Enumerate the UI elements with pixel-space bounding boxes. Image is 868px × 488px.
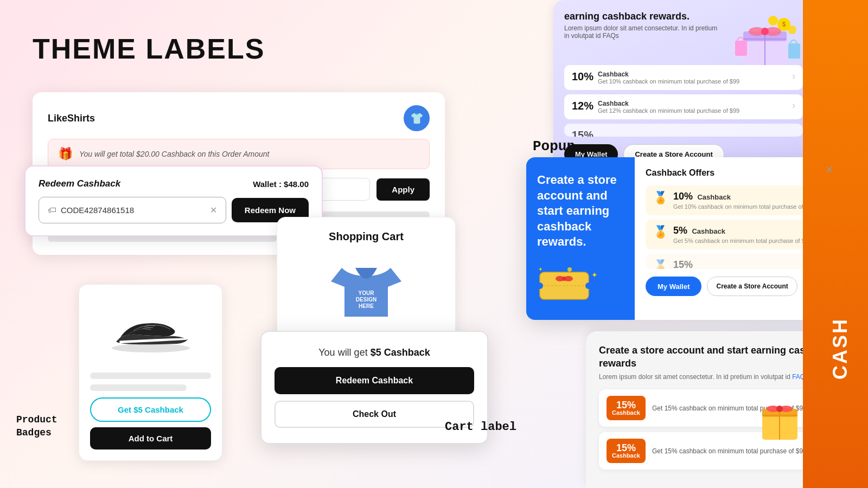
page-title: THEME LABELS <box>33 33 265 65</box>
shoe-image <box>107 304 194 358</box>
cart-tshirt-area: YOUR DESIGN HERE <box>290 252 442 322</box>
redeem-input-row: 🏷 CODE42874861518 ✕ Redeem Now <box>39 197 309 223</box>
cashback-tier-15: 15% <box>564 124 803 137</box>
cashback-banner: 🎁 You will get total $20.00 Cashback on … <box>48 139 430 169</box>
orange-pct-badge-1: 15% Cashback <box>607 396 646 420</box>
tier-percent: 15% <box>572 129 593 137</box>
right-gift-svg <box>757 394 806 442</box>
orange-tier-desc-2: Get 15% cashback on minimum total purcha… <box>652 447 807 455</box>
popup-tier-info-2: 5% Cashback Get 5% cashback on minimum t… <box>673 225 822 244</box>
popup-tier-10: 🏅 10% Cashback Get 10% cashback on minim… <box>646 185 830 215</box>
rewards-top-desc: Lorem ipsum dolor sit amet consectetur. … <box>564 24 724 40</box>
svg-point-36 <box>776 406 783 412</box>
popup-label: Popup <box>533 138 575 155</box>
orange-pct-sub-2: Cashback <box>612 453 640 459</box>
wallet-balance: Wallet : $48.00 <box>253 179 309 189</box>
svg-text:$: $ <box>782 21 786 28</box>
cashback-banner-text: You will get total $20.00 Cashback on th… <box>79 150 269 158</box>
redeem-header: Redeem Cashback Wallet : $48.00 <box>39 178 309 189</box>
orange-pct-value-2: 15% <box>612 443 640 453</box>
medal-icon-2: 🏅 <box>653 225 668 239</box>
orange-cashback-strip-text: CASH <box>829 318 852 380</box>
svg-rect-19 <box>788 43 800 59</box>
medal-icon: 🏅 <box>653 191 668 205</box>
cashback-tier-12: 12% Cashback Get 12% cashback on minimum… <box>564 94 803 119</box>
redeem-cashback-button[interactable]: Redeem Cashback <box>275 367 474 394</box>
popup-ticket-image: ✦ ✦ <box>537 261 602 305</box>
popup-left-text: Create a store account and start earning… <box>537 172 624 250</box>
popup-create-account-button[interactable]: Create a Store Account <box>707 277 797 296</box>
get-cashback-button[interactable]: Get $5 Cashback <box>90 397 211 422</box>
store-name: LikeShirts <box>48 113 95 124</box>
product-badge-widget: Get $5 Cashback Add to Cart <box>79 284 222 461</box>
cart-title: Shopping Cart <box>290 230 442 243</box>
tshirt-image: YOUR DESIGN HERE <box>331 252 401 322</box>
skeleton-line <box>90 384 187 391</box>
product-image-area <box>90 296 211 366</box>
popup-tier-pct: 10% <box>673 191 693 202</box>
cashback-tier-10: 10% Cashback Get 10% cashback on minimum… <box>564 65 803 90</box>
svg-text:HERE: HERE <box>359 303 374 309</box>
svg-text:DESIGN: DESIGN <box>356 297 376 303</box>
tier-desc: Get 10% cashback on minimum total purcha… <box>598 78 739 85</box>
product-badges-label: ProductBadges <box>16 414 58 439</box>
svg-point-17 <box>788 25 796 34</box>
svg-text:✦: ✦ <box>538 266 542 272</box>
svg-point-25 <box>556 276 564 281</box>
orange-pct-value: 15% <box>612 400 640 410</box>
svg-point-23 <box>585 282 592 289</box>
popup-tier-15: 🏅 15% <box>646 254 830 269</box>
svg-point-26 <box>564 276 573 281</box>
orange-pct-sub: Cashback <box>612 410 640 416</box>
cashback-tiers-list: 10% Cashback Get 10% cashback on minimum… <box>564 65 803 137</box>
product-skeleton <box>90 373 211 391</box>
checkout-button[interactable]: Check Out <box>275 401 474 428</box>
popup-tier-desc: Get 10% cashback on minimum total purcha… <box>673 203 822 210</box>
shirt-icon: 👕 <box>404 105 430 131</box>
svg-point-29 <box>567 267 572 272</box>
tag-icon: 🏷 <box>48 206 56 215</box>
medal-icon-3: 🏅 <box>653 259 668 269</box>
orange-pct-badge-2: 15% Cashback <box>607 439 646 463</box>
redeem-title: Redeem Cashback <box>39 178 120 189</box>
tier-percent: 10% <box>572 70 593 83</box>
orange-strip <box>803 0 868 488</box>
popup-cashback-text: You will get $5 Cashback <box>275 347 474 358</box>
apply-button[interactable]: Apply <box>376 178 430 201</box>
popup-tier-label: Cashback <box>697 193 730 201</box>
popup-tier-info: 10% Cashback Get 10% cashback on minimum… <box>673 191 822 210</box>
cashback-text-before: You will get <box>318 347 370 358</box>
tier-percent: 12% <box>572 100 593 112</box>
gift-image-area: $ <box>732 11 803 65</box>
chevron-right-icon: › <box>792 100 795 111</box>
popup-close-icon[interactable]: ✕ <box>825 164 833 176</box>
gift-icon: 🎁 <box>58 147 73 161</box>
popup-tier-5: 🏅 5% Cashback Get 5% cashback on minimum… <box>646 220 830 249</box>
orange-desc-text: Lorem ipsum dolor sit amet consectetur. … <box>599 373 792 381</box>
code-input-wrap: 🏷 CODE42874861518 ✕ <box>39 197 226 223</box>
cart-label: Cart label <box>445 420 516 434</box>
svg-point-13 <box>761 28 769 35</box>
clear-code-icon[interactable]: ✕ <box>210 205 217 215</box>
rewards-top-title: earning cashback rewards. <box>564 11 724 22</box>
skeleton-line <box>90 373 211 379</box>
svg-point-16 <box>768 16 778 25</box>
popup-tier-label-2: Cashback <box>692 227 725 235</box>
popup-tier-pct-2: 5% <box>673 225 687 236</box>
promo-code-value: CODE42874861518 <box>61 206 206 215</box>
popup-modal: ✕ Create a store account and start earni… <box>526 157 841 320</box>
tier-desc: Get 12% cashback on minimum total purcha… <box>598 107 739 114</box>
popup-tier-desc-2: Get 5% cashback on minimum total purchas… <box>673 237 822 244</box>
popup-my-wallet-button[interactable]: My Wallet <box>646 277 701 296</box>
tier-label: Cashback <box>598 70 739 78</box>
svg-text:YOUR: YOUR <box>359 290 375 296</box>
add-to-cart-button[interactable]: Add to Cart <box>90 427 211 450</box>
chevron-right-icon: › <box>792 70 795 82</box>
svg-point-0 <box>112 344 190 352</box>
popup-tier-pct-3: 15% <box>673 259 693 269</box>
cashback-amount: $5 Cashback <box>371 347 430 358</box>
popup-bottom-row: My Wallet Create a Store Account <box>646 277 830 296</box>
svg-text:✦: ✦ <box>591 271 598 279</box>
tier-label: Cashback <box>598 100 739 107</box>
popup-right-title: Cashback Offers <box>646 168 830 178</box>
